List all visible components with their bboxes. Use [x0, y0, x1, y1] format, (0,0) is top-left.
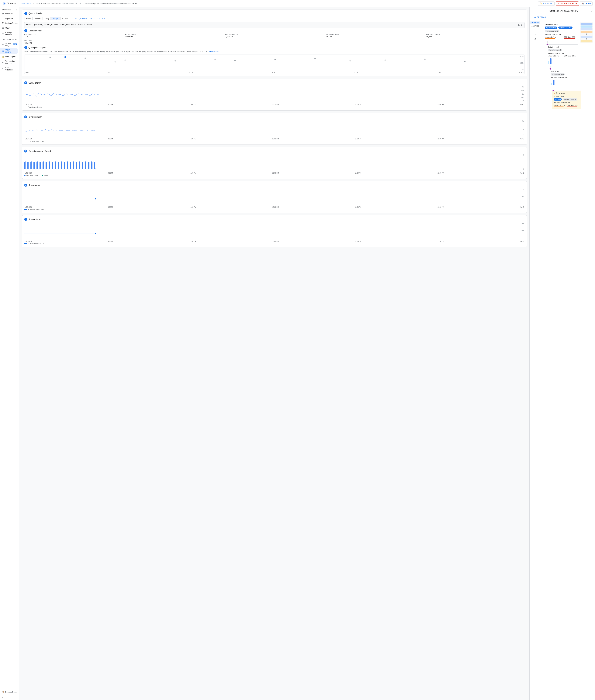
legend-line-rows-scanned	[24, 209, 27, 210]
exec-stats-header: 2 Execution stats	[24, 29, 525, 32]
rows-scanned-legend-item: Rows scanned: 6.58M	[24, 209, 44, 210]
scatter-dot[interactable]	[464, 61, 465, 62]
query-plan-layout: EXPANDED COMPACT + − ↺	[530, 20, 595, 700]
scatter-dot[interactable]	[275, 59, 276, 60]
exec-legend: Execution count: 1 Failed: 0	[24, 174, 525, 176]
scatter-dot[interactable]	[124, 59, 125, 61]
scatter-dot[interactable]	[84, 58, 86, 59]
edit-icon: ✏️	[540, 3, 542, 5]
rows-scanned-svg	[24, 188, 525, 206]
scatter-x-labels: 9 PM 9:30 10 PM 10:30 11 PM 11:30 Thu 02	[24, 71, 525, 73]
stat-avg-rows-scanned: Avg. rows scanned 48,186	[325, 33, 424, 38]
sql-query-box: SELECT quantity, order_id FROM order_ite…	[24, 22, 525, 28]
serialize-result-node: Serialize result Highest row count Rows …	[546, 45, 578, 65]
release-notes-link[interactable]: 📋 Release Notes	[2, 690, 18, 694]
expand-sql-button[interactable]: ⇕	[521, 24, 522, 26]
time-btn-1hour[interactable]: 1 hour	[24, 17, 33, 21]
scatter-dot[interactable]	[424, 59, 426, 60]
stat-avg-bytes: Avg. bytes 721,498	[24, 40, 123, 44]
learn-more-link[interactable]: Learn more	[209, 50, 219, 53]
top-nav-actions: ✏️ WRITE DDL 🗑 DELETE DATABASE 📚 LEARN	[538, 1, 593, 6]
cpu-legend-item: CPU utilization: 2.24s	[24, 140, 44, 142]
avg-latency-legend-item: Avg latency: 2.236s	[24, 106, 42, 108]
collapse-sidebar-icon[interactable]: ◁	[2, 696, 3, 698]
connector-1	[547, 41, 547, 45]
zoom-in-button[interactable]: +	[534, 28, 536, 32]
cpu-legend: CPU utilization: 2.24s	[24, 140, 525, 142]
sidebar-item-import-export[interactable]: ↕ Import/Export	[0, 16, 18, 21]
rows-scanned-section: 8 Rows scanned 7M 6M UTC+5:30 9:30 PM 10…	[22, 181, 527, 213]
key-icon: 🗝	[2, 68, 4, 70]
backup-icon: 💾	[2, 22, 4, 24]
stat-avg-rows-returned: Avg. rows returned 48,186	[426, 33, 525, 38]
learn-button[interactable]: 📚 LEARN	[580, 1, 593, 6]
execution-count-chart: 2 0	[24, 154, 525, 172]
delete-database-button[interactable]: 🗑 DELETE DATABASE	[556, 1, 579, 6]
qp-compact-toggle[interactable]: COMPACT	[531, 25, 540, 27]
time-btn-7days[interactable]: 7 days	[51, 17, 60, 21]
sidebar-item-lock-insights[interactable]: 🔒 Lock insights	[0, 54, 18, 59]
sidebar-item-query-insights[interactable]: ◉ Query insights	[0, 48, 18, 54]
prev-sample-button[interactable]: ‹	[532, 9, 534, 13]
failed-dot	[42, 175, 43, 176]
scatter-dot[interactable]	[174, 60, 176, 61]
sidebar-item-transaction-insights[interactable]: ⇄ Transaction insights	[0, 59, 18, 65]
latency-x-labels: UTC+5:30 9:30 PM 10:00 PM 10:30 PM 11:00…	[24, 104, 525, 106]
scatter-dot[interactable]	[314, 58, 316, 59]
latency-chart-svg	[24, 86, 525, 104]
sidebar-item-change-streams[interactable]: ≋ Change streams	[0, 30, 18, 37]
table-scan-node: ⚠ Table scan on order_item Full scan Hig…	[551, 91, 581, 109]
svg-point-51	[95, 198, 96, 200]
sidebar-item-backup-restore[interactable]: 💾 Backup/Restore	[0, 21, 18, 26]
scatter-dot[interactable]	[234, 60, 235, 61]
connector-3	[553, 88, 554, 91]
badge-highest-row-count-3: Highest row count	[550, 73, 565, 76]
content-area: 1 Query details 1 hour 6 hours 1 day 7 d…	[19, 7, 595, 700]
spanner-logo-icon	[2, 2, 6, 5]
next-sample-button[interactable]: ›	[535, 9, 537, 13]
sidebar-item-key-visualizer[interactable]: 🗝 Key Visualizer	[0, 65, 18, 72]
lock-icon: 🔒	[2, 55, 4, 58]
scatter-dot-selected[interactable]	[64, 56, 66, 58]
scatter-dot[interactable]	[114, 61, 116, 63]
legend-line-blue	[24, 107, 27, 107]
time-range-selector[interactable]: ✓ 3/1/23, 8:43 PM - 3/23/23, 12:04 AM ▾	[70, 17, 106, 21]
sidebar-item-overview[interactable]: ⊞ Overview	[0, 11, 18, 16]
scatter-dot[interactable]	[349, 60, 350, 61]
sidebar-item-query[interactable]: ⌨ Query	[0, 26, 18, 30]
scatter-dot[interactable]	[385, 59, 386, 61]
scatter-dot[interactable]	[50, 57, 51, 58]
badge-highest-row-count-1: Highest row count	[545, 30, 559, 32]
breadcrumb-instance-label: INSTANCE	[33, 3, 40, 4]
sample-query-title: Sample query: 3/1/23, 9:55 PM	[549, 10, 578, 12]
connector-2	[550, 66, 550, 69]
delete-icon: 🗑	[558, 3, 560, 5]
qp-expanded-toggle[interactable]: EXPANDED	[530, 22, 540, 24]
connector-dot-3	[552, 90, 554, 91]
time-btn-6hours[interactable]: 6 hours	[33, 17, 42, 21]
expand-panel-button[interactable]: ⤢	[591, 9, 593, 12]
cpu-utilization-section: 6 CPU utilization 8s 4s 0 UTC+5:30 9:30 …	[22, 113, 527, 145]
checkmark-icon: ✓	[72, 18, 74, 20]
reset-zoom-button[interactable]: ↺	[534, 37, 537, 41]
latency-bar-4	[554, 107, 564, 108]
new-badge: NEW	[13, 43, 17, 45]
copy-sql-button[interactable]: ⧉	[518, 24, 519, 26]
breadcrumb-all-instances[interactable]: All instances	[21, 3, 31, 5]
time-btn-30days[interactable]: 30 days	[60, 17, 70, 21]
write-ddl-button[interactable]: ✏️ WRITE DDL	[538, 1, 555, 6]
tab-query-plan[interactable]: QUERY PLAN	[532, 15, 548, 20]
sidebar-footer: 📋 Release Notes ◁	[0, 689, 19, 700]
query-plan-header: 3 Query plan samples	[24, 46, 525, 49]
query-plan-scatter: 3.00s 2.25s 1.50s	[24, 55, 525, 74]
zoom-out-button[interactable]: −	[534, 33, 536, 36]
time-btn-1day[interactable]: 1 day	[43, 17, 51, 21]
latency-bar-1	[545, 38, 555, 39]
time-selector: 1 hour 6 hours 1 day 7 days 30 days ✓ 3/…	[24, 17, 525, 21]
right-panel: ‹ › Sample query: 3/1/23, 9:55 PM ⤢ QUER…	[530, 7, 595, 700]
right-panel-navigation: ‹ ›	[532, 9, 537, 13]
query-details-title: 1 Query details	[24, 12, 525, 15]
connector-dot-1	[546, 43, 548, 45]
scatter-dot[interactable]	[215, 59, 216, 60]
sidebar-item-system-insights[interactable]: ◈ System insights NEW	[0, 41, 18, 48]
